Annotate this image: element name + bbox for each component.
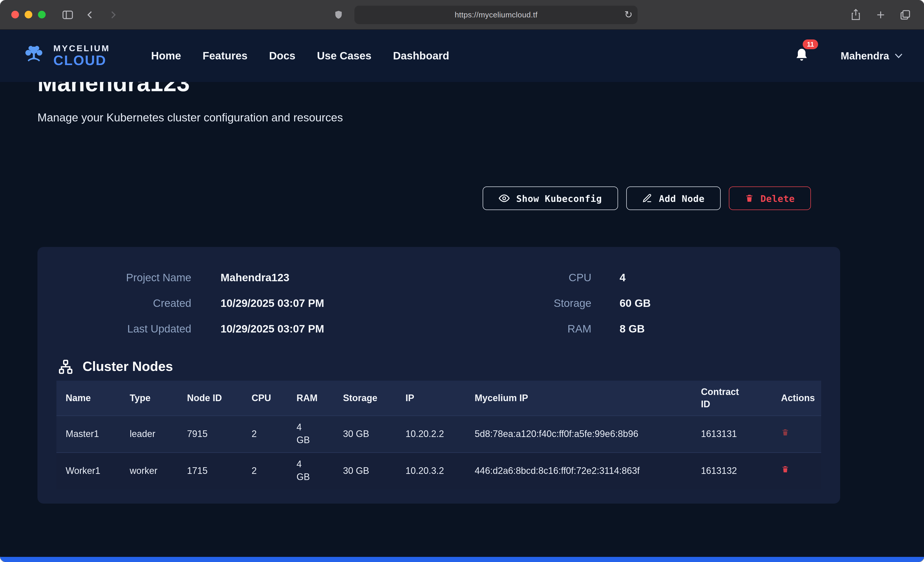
delete-cluster-button[interactable]: Delete xyxy=(729,187,811,210)
share-icon[interactable] xyxy=(848,7,864,22)
cell-ip: 10.20.3.2 xyxy=(396,452,465,489)
page-content: Mahendra123 Manage your Kubernetes clust… xyxy=(0,82,924,557)
show-kubeconfig-button[interactable]: Show Kubeconfig xyxy=(482,187,618,210)
col-actions: Actions xyxy=(772,381,821,416)
col-mycelium-ip: Mycelium IP xyxy=(465,381,692,416)
main-nav: Home Features Docs Use Cases Dashboard xyxy=(151,50,449,62)
nav-use-cases[interactable]: Use Cases xyxy=(317,50,372,62)
cell-ip: 10.20.2.2 xyxy=(396,416,465,452)
cluster-nodes-icon xyxy=(58,359,74,374)
cell-mycelium-ip: 446:d2a6:8bcd:8c16:ff0f:72e2:3114:863f xyxy=(465,452,692,489)
page-title: Mahendra123 xyxy=(38,82,840,96)
delete-label: Delete xyxy=(760,193,795,204)
logo-line1: MYCELIUM xyxy=(53,44,110,53)
col-type: Type xyxy=(120,381,178,416)
privacy-shield-icon[interactable] xyxy=(331,7,346,22)
close-window-button[interactable] xyxy=(11,11,19,18)
page-subtitle: Manage your Kubernetes cluster configura… xyxy=(38,111,840,125)
node-row-worker1: Worker1 worker 1715 2 4 GB 30 GB 10.20.3… xyxy=(56,452,821,489)
cell-name: Master1 xyxy=(56,416,120,452)
delete-node-button[interactable] xyxy=(781,427,789,437)
cell-type: leader xyxy=(120,416,178,452)
detail-value-cpu: 4 xyxy=(591,272,840,284)
detail-label: Project Name xyxy=(63,272,191,284)
detail-label: Last Updated xyxy=(63,323,191,335)
cluster-details: Project Name Mahendra123 CPU 4 Created 1… xyxy=(63,272,840,335)
col-node-id: Node ID xyxy=(178,381,242,416)
col-contract-id: Contract ID xyxy=(692,381,772,416)
nav-docs[interactable]: Docs xyxy=(269,50,296,62)
cell-cpu: 2 xyxy=(242,416,287,452)
minimize-window-button[interactable] xyxy=(25,11,32,18)
new-tab-icon[interactable] xyxy=(873,7,888,22)
cluster-nodes-heading: Cluster Nodes xyxy=(58,359,840,375)
detail-value-last-updated: 10/29/2025 03:07 PM xyxy=(191,323,422,335)
trash-icon xyxy=(781,427,789,437)
cell-contract-id: 1613132 xyxy=(692,452,772,489)
table-header-row: Name Type Node ID CPU RAM Storage IP Myc… xyxy=(56,381,821,416)
col-name: Name xyxy=(56,381,120,416)
cell-contract-id: 1613131 xyxy=(692,416,772,452)
browser-chrome: https://myceliumcloud.tf ↻ xyxy=(0,0,924,30)
cell-mycelium-ip: 5d8:78ea:a120:f40c:ff0f:a5fe:99e6:8b96 xyxy=(465,416,692,452)
detail-value-created: 10/29/2025 03:07 PM xyxy=(191,297,422,309)
col-storage: Storage xyxy=(334,381,396,416)
address-bar[interactable]: https://myceliumcloud.tf ↻ xyxy=(355,5,638,24)
detail-value-storage: 60 GB xyxy=(591,297,840,309)
add-node-button[interactable]: Add Node xyxy=(626,187,720,210)
mycelium-cloud-logo-icon xyxy=(21,45,46,67)
user-menu[interactable]: Mahendra xyxy=(841,50,903,62)
logo-text: MYCELIUM CLOUD xyxy=(53,44,110,67)
logo[interactable]: MYCELIUM CLOUD xyxy=(21,44,110,67)
detail-value-project-name: Mahendra123 xyxy=(191,272,422,284)
cell-name: Worker1 xyxy=(56,452,120,489)
cell-actions xyxy=(772,452,821,489)
detail-label: CPU xyxy=(422,272,591,284)
detail-value-ram: 8 GB xyxy=(591,323,840,335)
url-text: https://myceliumcloud.tf xyxy=(455,10,537,19)
trash-icon xyxy=(744,193,754,203)
notifications-button[interactable]: 11 xyxy=(795,48,810,64)
tab-overview-icon[interactable] xyxy=(897,7,913,22)
cell-node-id: 7915 xyxy=(178,416,242,452)
user-name: Mahendra xyxy=(841,50,889,62)
cell-actions xyxy=(772,416,821,452)
sidebar-toggle-icon[interactable] xyxy=(60,7,75,22)
forward-button[interactable] xyxy=(105,7,120,22)
reload-icon[interactable]: ↻ xyxy=(624,7,633,22)
col-ip: IP xyxy=(396,381,465,416)
cell-cpu: 2 xyxy=(242,452,287,489)
site-header: MYCELIUM CLOUD Home Features Docs Use Ca… xyxy=(0,30,924,82)
detail-label: Storage xyxy=(422,297,591,309)
browser-window: https://myceliumcloud.tf ↻ xyxy=(0,0,924,562)
back-button[interactable] xyxy=(82,7,98,22)
add-node-label: Add Node xyxy=(659,193,705,204)
nodes-table-wrap: Name Type Node ID CPU RAM Storage IP Myc… xyxy=(56,381,821,489)
window-controls xyxy=(11,11,46,18)
cell-ram: 4 GB xyxy=(287,452,334,489)
cell-ram: 4 GB xyxy=(287,416,334,452)
cell-node-id: 1715 xyxy=(178,452,242,489)
chevron-down-icon xyxy=(894,53,903,59)
nodes-table: Name Type Node ID CPU RAM Storage IP Myc… xyxy=(56,381,821,489)
nav-home[interactable]: Home xyxy=(151,50,181,62)
zoom-window-button[interactable] xyxy=(38,11,46,18)
notification-badge: 11 xyxy=(803,39,818,49)
show-kubeconfig-label: Show Kubeconfig xyxy=(516,193,602,204)
cluster-details-card: Project Name Mahendra123 CPU 4 Created 1… xyxy=(38,247,840,504)
node-row-master1: Master1 leader 7915 2 4 GB 30 GB 10.20.2… xyxy=(56,416,821,452)
trash-icon xyxy=(781,465,789,474)
delete-node-button[interactable] xyxy=(781,465,789,474)
cell-storage: 30 GB xyxy=(334,416,396,452)
detail-label: Created xyxy=(63,297,191,309)
cell-type: worker xyxy=(120,452,178,489)
detail-label: RAM xyxy=(422,323,591,335)
cluster-nodes-title: Cluster Nodes xyxy=(82,359,173,375)
nav-dashboard[interactable]: Dashboard xyxy=(393,50,449,62)
cell-storage: 30 GB xyxy=(334,452,396,489)
nav-features[interactable]: Features xyxy=(202,50,248,62)
cluster-actions: Show Kubeconfig Add Node Delete xyxy=(38,187,811,210)
eye-icon xyxy=(498,193,510,204)
pencil-icon xyxy=(642,193,652,203)
bell-icon xyxy=(795,48,809,63)
